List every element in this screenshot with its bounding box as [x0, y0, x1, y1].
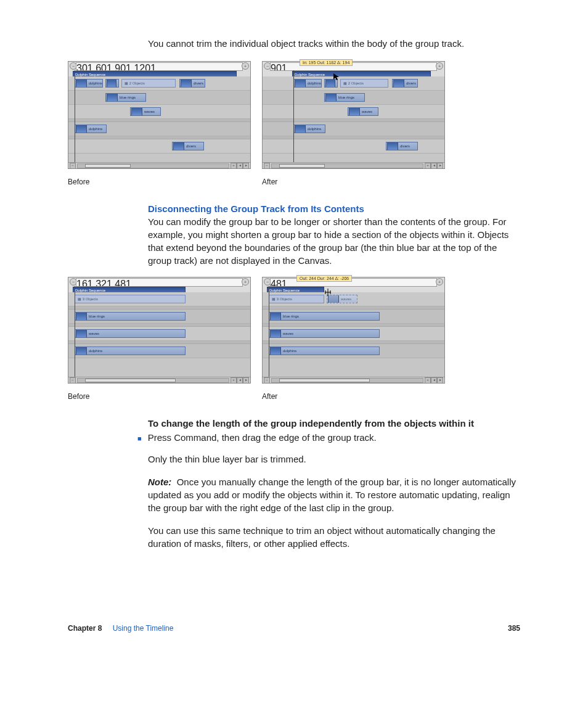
chapter-title: Using the Timeline: [113, 624, 174, 633]
scroll-left-icon[interactable]: ◂: [237, 163, 243, 169]
clip-waves[interactable]: waves: [348, 107, 378, 116]
clip-dolphins[interactable]: dolphins: [293, 79, 322, 88]
scrollbar[interactable]: − + ◂ ▸: [263, 162, 444, 168]
scroll-right-icon[interactable]: ▸: [243, 377, 249, 384]
zoom-in-icon[interactable]: +: [436, 278, 443, 285]
tooltip: In: 195 Out: 1182 Δ: 194: [300, 59, 353, 66]
scroll-right-icon[interactable]: ▸: [437, 163, 443, 169]
clip-dolphins[interactable]: dolphins: [75, 347, 186, 355]
scrollbar[interactable]: − + ◂ ▸: [263, 377, 444, 383]
figure-1: − 301 601 901 1201 + Dolphin Sequence: [68, 61, 520, 199]
figure-caption: After: [262, 178, 444, 186]
zoom-out-icon[interactable]: −: [70, 163, 76, 169]
chapter-label: Chapter 8: [68, 624, 102, 633]
scroll-left-icon[interactable]: ◂: [431, 377, 437, 384]
figure-caption: Before: [68, 178, 250, 186]
note-text: Note: Once you manually change the lengt…: [148, 475, 520, 514]
clip-divers-2[interactable]: divers: [172, 142, 204, 150]
scroll-thumb[interactable]: [85, 164, 131, 168]
closing-text: You can use this same technique to trim …: [148, 524, 520, 550]
clip-divers[interactable]: divers: [392, 79, 418, 88]
summary-clip: ▦ 2 Objects: [121, 79, 176, 88]
playhead[interactable]: [75, 70, 75, 162]
clip-dolphins-2[interactable]: dolphins: [293, 125, 325, 133]
scrollbar[interactable]: − + ◂ ▸: [68, 377, 250, 383]
trim-cursor-icon: [325, 287, 331, 295]
zoom-in-icon[interactable]: +: [436, 62, 443, 70]
playhead[interactable]: [269, 286, 269, 377]
clip-dolphins[interactable]: dolphins: [75, 79, 103, 88]
scroll-right-icon[interactable]: ▸: [437, 377, 443, 384]
scroll-left-icon[interactable]: ◂: [237, 377, 243, 384]
instruction-title: To change the length of the group indepe…: [148, 418, 520, 429]
summary-clip: ▦ 3 Objects: [269, 295, 324, 303]
note-body: Once you manually change the length of t…: [148, 477, 516, 513]
figure-caption: Before: [68, 392, 250, 401]
playhead[interactable]: [293, 70, 294, 162]
tooltip: Out: 244 Dur: 244 Δ: -206: [296, 275, 352, 282]
timeline-before-2: − 161 321 481 + Dolphin Sequence: [68, 277, 251, 384]
scroll-thumb[interactable]: [279, 379, 370, 382]
playhead[interactable]: [75, 286, 75, 377]
body-text: Only the thin blue layer bar is trimmed.: [148, 453, 520, 466]
figure-caption: After: [262, 392, 444, 401]
timeline-after-1: − 901 + In: 195 Out: 1182 Δ: 194 Dolphin…: [262, 61, 445, 169]
zoom-in-icon[interactable]: +: [425, 163, 431, 169]
clip-bluerings[interactable]: blue rings: [105, 93, 146, 102]
clip-divers-2[interactable]: divers: [386, 142, 418, 150]
page-footer: Chapter 8 Using the Timeline 385: [68, 624, 520, 639]
scroll-thumb[interactable]: [279, 164, 325, 168]
clip-bluerings[interactable]: blue rings: [269, 312, 380, 321]
clip-bluerings[interactable]: blue rings: [75, 312, 186, 321]
intro-text: You cannot trim the individual object tr…: [148, 37, 520, 50]
clip-dolphins[interactable]: dolphins: [269, 347, 380, 355]
clip-bluerings[interactable]: blue rings: [324, 93, 365, 102]
bullet-icon: ■: [137, 434, 142, 444]
zoom-out-icon[interactable]: −: [70, 377, 76, 384]
scroll-left-icon[interactable]: ◂: [431, 163, 437, 169]
bullet-item: ■ Press Command, then drag the edge of t…: [137, 431, 520, 444]
clip-dolphins-2[interactable]: dolphins: [75, 125, 107, 133]
summary-clip: ▦ 2 Objects: [340, 79, 388, 88]
zoom-in-icon[interactable]: +: [231, 377, 237, 384]
timeline-after-2: − 481 + Out: 244 Dur: 244 Δ: -206 Dolphi…: [262, 277, 445, 384]
timeline-before-1: − 301 601 901 1201 + Dolphin Sequence: [68, 61, 251, 169]
clip-divers[interactable]: divers: [179, 79, 205, 88]
clip-waves[interactable]: waves: [269, 329, 380, 338]
clip-thumb[interactable]: [105, 79, 119, 88]
cursor-arrow-icon: [333, 72, 340, 80]
section-body: You can modify the group bar to be longe…: [148, 215, 520, 267]
zoom-out-icon[interactable]: −: [264, 163, 270, 169]
page-number: 385: [508, 624, 520, 633]
zoom-in-icon[interactable]: +: [425, 377, 431, 384]
scroll-thumb[interactable]: [85, 379, 176, 382]
scrollbar[interactable]: − + ◂ ▸: [68, 162, 250, 168]
zoom-in-icon[interactable]: +: [231, 163, 237, 169]
figure-2: − 161 321 481 + Dolphin Sequence: [68, 277, 520, 413]
zoom-in-icon[interactable]: +: [242, 278, 249, 285]
summary-clip: ▦ 3 Objects: [75, 295, 186, 303]
clip-waves[interactable]: waves: [130, 107, 161, 116]
zoom-out-icon[interactable]: −: [264, 377, 270, 384]
clip-ghost-waves[interactable]: waves: [327, 295, 357, 303]
clip-waves[interactable]: waves: [75, 329, 186, 338]
section-heading: Disconnecting the Group Track from Its C…: [148, 203, 520, 214]
note-label: Note:: [148, 477, 171, 487]
bullet-text: Press Command, then drag the edge of the…: [148, 431, 377, 444]
zoom-in-icon[interactable]: +: [242, 62, 249, 70]
scroll-right-icon[interactable]: ▸: [243, 163, 249, 169]
